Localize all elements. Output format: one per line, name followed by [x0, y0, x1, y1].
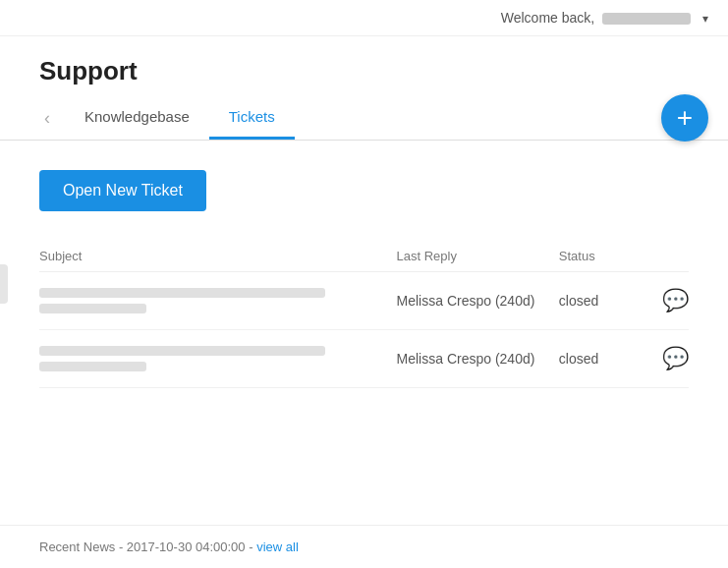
- col-header-action: [656, 241, 689, 272]
- top-bar: Welcome back, ▾: [0, 0, 728, 36]
- main-content: Open New Ticket Subject Last Reply Statu…: [0, 141, 728, 418]
- ticket-action-1[interactable]: 💬: [656, 272, 689, 330]
- tickets-table: Subject Last Reply Status Melissa Crespo…: [39, 241, 689, 388]
- comment-icon: 💬: [662, 346, 689, 370]
- tabs-container: ‹ Knowledgebase Tickets › +: [0, 96, 728, 141]
- ticket-subject-2: [39, 330, 397, 388]
- welcome-label: Welcome back,: [501, 10, 594, 26]
- ticket-subject-1: [39, 272, 397, 330]
- ticket-action-2[interactable]: 💬: [656, 330, 689, 388]
- ticket-status-2: closed: [559, 330, 656, 388]
- col-header-status: Status: [559, 241, 656, 272]
- tab-tickets[interactable]: Tickets: [209, 96, 295, 140]
- left-accent: [0, 264, 8, 304]
- table-header-row: Subject Last Reply Status: [39, 241, 689, 272]
- tab-nav-left[interactable]: ‹: [39, 98, 55, 139]
- blurred-subject-2: [39, 346, 397, 371]
- page-header: Support: [0, 36, 728, 96]
- open-ticket-button[interactable]: Open New Ticket: [39, 170, 206, 211]
- blur-line: [39, 362, 146, 371]
- blur-line: [39, 288, 325, 298]
- blur-line: [39, 346, 325, 356]
- col-header-last-reply: Last Reply: [397, 241, 559, 272]
- blur-line: [39, 304, 146, 313]
- tabs-list: Knowledgebase Tickets: [65, 96, 663, 140]
- ticket-status-1: closed: [559, 272, 656, 330]
- welcome-text: Welcome back, ▾: [501, 10, 708, 26]
- footer-text: Recent News - 2017-10-30 04:00:00 -: [39, 540, 256, 554]
- user-dropdown-arrow[interactable]: ▾: [702, 12, 708, 26]
- footer: Recent News - 2017-10-30 04:00:00 - view…: [0, 525, 728, 568]
- blurred-subject-1: [39, 288, 397, 313]
- tab-knowledgebase[interactable]: Knowledgebase: [65, 96, 209, 140]
- ticket-reply-2: Melissa Crespo (240d): [397, 330, 559, 388]
- comment-icon: 💬: [662, 288, 689, 312]
- footer-view-all-link[interactable]: view all: [256, 540, 299, 554]
- col-header-subject: Subject: [39, 241, 397, 272]
- page-title: Support: [39, 56, 689, 86]
- username-redacted: [602, 13, 691, 25]
- table-row[interactable]: Melissa Crespo (240d) closed 💬: [39, 272, 689, 330]
- fab-add-button[interactable]: +: [661, 94, 708, 142]
- ticket-reply-1: Melissa Crespo (240d): [397, 272, 559, 330]
- table-row[interactable]: Melissa Crespo (240d) closed 💬: [39, 330, 689, 388]
